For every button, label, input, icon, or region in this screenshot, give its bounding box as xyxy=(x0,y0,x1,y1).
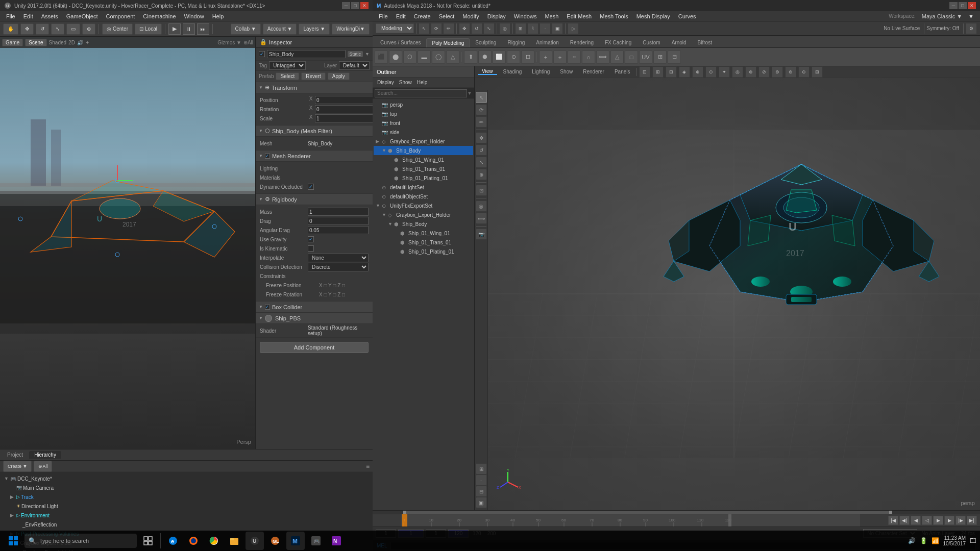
shelf-torus[interactable]: ◯ xyxy=(432,51,445,64)
use-gravity-toggle[interactable]: ✓ xyxy=(308,236,314,242)
drag-input[interactable] xyxy=(308,217,369,225)
search-scene[interactable]: ⊕All xyxy=(243,40,253,45)
shelf-cube[interactable]: ⬛ xyxy=(375,51,388,64)
render-tool[interactable]: ▷ xyxy=(568,23,579,34)
tab-rendering[interactable]: Rendering xyxy=(565,38,599,47)
menu-gameobject[interactable]: GameObject xyxy=(62,13,102,19)
maya-menu-select[interactable]: Select xyxy=(435,13,459,19)
tab-custom[interactable]: Custom xyxy=(637,38,666,47)
move-tool-m[interactable]: ✥ xyxy=(459,23,470,34)
mass-input[interactable] xyxy=(308,208,369,216)
side-sym-sel[interactable]: ⟺ xyxy=(476,213,487,224)
render-tab-shading[interactable]: Shading xyxy=(499,69,526,74)
out-sb2[interactable]: ▼ ⬢ Ship_Body xyxy=(374,219,473,229)
mr-enabled-toggle[interactable]: ✓ xyxy=(265,154,270,159)
scale-tool-m[interactable]: ⤡ xyxy=(483,23,495,34)
taskbar-search[interactable]: 🔍 Type here to search xyxy=(24,534,137,548)
maya-menu-edit[interactable]: Edit xyxy=(392,13,410,19)
space-dropdown[interactable]: ⊡ Local xyxy=(135,23,162,35)
hier-track[interactable]: ▶ ▷ Track xyxy=(2,492,371,502)
taskbar-app-edge[interactable]: e xyxy=(164,532,182,550)
taskbar-app-gimp[interactable]: GL xyxy=(266,532,284,550)
fx-toggle[interactable]: ✦ xyxy=(85,40,89,45)
shelf-smooth[interactable]: ≈ xyxy=(568,51,581,64)
all-button[interactable]: ⊕All xyxy=(34,461,52,472)
prev-key-button[interactable]: ◀| xyxy=(899,516,910,525)
task-view-button[interactable] xyxy=(139,532,157,550)
snap-point[interactable]: · xyxy=(540,23,551,34)
minimize-button[interactable]: ─ xyxy=(342,2,350,9)
next-frame-button[interactable]: ▶ xyxy=(944,516,954,525)
outliner-menu-show[interactable]: Show xyxy=(397,80,414,85)
layout-dropdown[interactable]: WorkingDi▼ xyxy=(332,23,370,35)
menu-edit[interactable]: Edit xyxy=(19,13,37,19)
maya-menu-edit-mesh[interactable]: Edit Mesh xyxy=(562,13,596,19)
outliner-search-input[interactable] xyxy=(375,89,467,97)
snap-grid[interactable]: ⊞ xyxy=(515,23,526,34)
menu-assets[interactable]: Assets xyxy=(37,13,62,19)
rot-x-input[interactable] xyxy=(315,105,373,113)
play-button[interactable]: ▶ xyxy=(168,23,181,35)
out-front[interactable]: 📷 front xyxy=(374,118,473,128)
shelf-extrude[interactable]: ⬆ xyxy=(464,51,477,64)
snap-curve[interactable]: ⌇ xyxy=(527,23,538,34)
vp-icon-4[interactable]: ◈ xyxy=(679,66,690,78)
vp-icon-1[interactable]: ⊡ xyxy=(639,66,650,78)
side-show-manip[interactable]: ⊡ xyxy=(476,185,487,196)
transform-tool[interactable]: ⊕ xyxy=(82,23,95,35)
object-active-toggle[interactable]: ✓ xyxy=(259,51,265,57)
render-tab-show[interactable]: Show xyxy=(556,69,577,74)
out-default-object-set[interactable]: ⊙ defaultObjectSet xyxy=(374,192,473,201)
settings-tool[interactable]: ⚙ xyxy=(966,23,977,34)
taskbar-app-firefox[interactable] xyxy=(184,532,203,550)
system-clock[interactable]: 11:23 AM 10/5/2017 xyxy=(943,535,966,546)
timeline-range[interactable] xyxy=(403,511,889,514)
side-snap-obj[interactable]: ▣ xyxy=(476,497,487,508)
outliner-menu-help[interactable]: Help xyxy=(414,80,430,85)
vp-icon-6[interactable]: ⊙ xyxy=(705,66,717,78)
render-tab-renderer[interactable]: Renderer xyxy=(579,69,608,74)
side-paint-sel-tool[interactable]: ✏ xyxy=(476,116,487,128)
taskbar-app-maya[interactable]: M xyxy=(286,532,305,550)
tab-arnold[interactable]: Arnold xyxy=(666,38,692,47)
shelf-quadrangulate[interactable]: □ xyxy=(625,51,638,64)
maya-menu-mesh-tools[interactable]: Mesh Tools xyxy=(596,13,632,19)
vp-icon-5[interactable]: ⊕ xyxy=(692,66,703,78)
shelf-plane[interactable]: ▬ xyxy=(418,51,431,64)
go-end-button[interactable]: ▶| xyxy=(967,516,977,525)
pivot-dropdown[interactable]: ◎ Center xyxy=(102,23,133,35)
move-tool[interactable]: ✥ xyxy=(20,23,34,35)
hand-tool[interactable]: ✋ xyxy=(3,23,18,35)
shelf-layout[interactable]: ⊟ xyxy=(668,51,681,64)
out-st2[interactable]: ⬢ Ship_01_Trans_01 xyxy=(374,238,473,247)
menu-help[interactable]: Help xyxy=(208,13,228,19)
maximize-button[interactable]: □ xyxy=(351,2,359,9)
out-ship-trans[interactable]: ⬢ Ship_01_Trans_01 xyxy=(374,164,473,173)
vp-icon-13[interactable]: ⊝ xyxy=(798,66,810,78)
soft-select[interactable]: ◎ xyxy=(499,23,510,34)
taskbar-app-explorer[interactable] xyxy=(225,532,243,550)
create-button[interactable]: Create ▼ xyxy=(3,461,32,472)
shelf-cone[interactable]: △ xyxy=(446,51,459,64)
side-scale-tool[interactable]: ⤡ xyxy=(476,157,487,168)
maya-menu-windows[interactable]: Windows xyxy=(510,13,541,19)
next-key-button[interactable]: |▶ xyxy=(955,516,966,525)
box-collider-header[interactable]: ▼ ✓ Box Collider xyxy=(256,302,373,313)
shelf-bridge[interactable]: ⬜ xyxy=(493,51,506,64)
mesh-renderer-header[interactable]: ▼ ✓ Mesh Renderer xyxy=(256,151,373,162)
render-tab-panels[interactable]: Panels xyxy=(610,69,634,74)
vp-icon-7[interactable]: ✦ xyxy=(719,66,730,78)
menu-file[interactable]: File xyxy=(2,13,19,19)
shelf-merge[interactable]: ⊙ xyxy=(507,51,520,64)
side-move-tool[interactable]: ✥ xyxy=(476,132,487,143)
out-unity-fbx-set[interactable]: ▼ ⊙ UnityFbxExportSet xyxy=(374,201,473,210)
lasso-tool[interactable]: ⟳ xyxy=(431,23,442,34)
scene-view[interactable]: Game Scene Shaded 2D 🔊 ✦ Gizmos ▼ ⊕All xyxy=(0,37,255,449)
pause-button[interactable]: ⏸ xyxy=(183,23,195,35)
shelf-separate[interactable]: ÷ xyxy=(553,51,567,64)
is-kinematic-toggle[interactable] xyxy=(308,245,314,252)
rigidbody-header[interactable]: ▼ ⚙ Rigidbody xyxy=(256,194,373,205)
side-camera[interactable]: 📷 xyxy=(476,229,487,240)
maya-close-button[interactable]: ✕ xyxy=(968,2,976,9)
scene-root-item[interactable]: ▼ 🎮 DCC_Keynote* xyxy=(2,474,371,483)
